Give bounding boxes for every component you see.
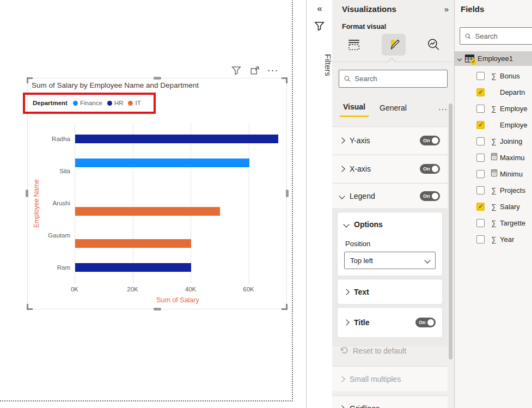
field-row-joining[interactable]: ∑Joining — [455, 133, 532, 149]
field-row-bonus[interactable]: ∑Bonus — [455, 68, 532, 84]
selection-handle[interactable] — [27, 304, 33, 310]
options-header[interactable]: Options — [338, 212, 442, 236]
field-label: Bonus — [500, 72, 520, 80]
section-x-axis[interactable]: X-axis On — [332, 155, 448, 182]
field-row-department[interactable]: Departn — [455, 84, 532, 100]
expand-filters-icon[interactable]: « — [307, 3, 333, 14]
x-tick: 40K — [185, 286, 196, 293]
category-row: Gautam — [75, 220, 281, 252]
title-header[interactable]: Title On — [338, 308, 442, 337]
field-checkbox[interactable] — [476, 154, 485, 162]
field-row-salary[interactable]: ∑Salary — [455, 198, 532, 215]
options-label: Options — [354, 220, 383, 229]
section-legend[interactable]: Legend On — [332, 183, 448, 208]
position-value: Top left — [350, 257, 373, 265]
field-type-icon — [489, 153, 499, 162]
field-row-employee-name[interactable]: Employe — [455, 117, 532, 133]
tab-general[interactable]: General — [376, 101, 410, 117]
field-checkbox[interactable] — [476, 121, 485, 129]
category-label: Gautam — [28, 220, 70, 252]
selection-handle[interactable] — [282, 77, 288, 83]
category-row: Arushi — [75, 187, 281, 220]
chevron-right-icon — [339, 166, 345, 172]
category-label: Arushi — [28, 187, 70, 220]
field-type-icon: ∑ — [489, 105, 499, 113]
visual-filter-icon[interactable] — [231, 65, 242, 76]
filters-funnel-icon[interactable] — [314, 21, 325, 33]
y-axis-toggle[interactable]: On — [420, 136, 440, 145]
position-dropdown[interactable]: Top left — [344, 252, 436, 269]
field-row-maximum[interactable]: Maximu — [455, 149, 532, 166]
chevron-right-icon — [343, 289, 349, 295]
format-visual-icon[interactable] — [382, 34, 406, 56]
fields-search[interactable] — [460, 27, 532, 45]
analytics-icon[interactable] — [421, 34, 445, 56]
field-row-employee-id[interactable]: ∑Employe — [455, 100, 532, 117]
title-card: Title On — [338, 308, 442, 337]
selection-handle[interactable] — [26, 190, 28, 197]
bar-radha[interactable] — [75, 135, 278, 143]
selection-handle[interactable] — [286, 190, 289, 197]
format-search[interactable] — [339, 70, 448, 88]
field-label: Maximu — [500, 154, 525, 162]
field-label: Joining — [500, 137, 522, 145]
bar-sita[interactable] — [75, 159, 249, 167]
focus-mode-icon[interactable] — [249, 65, 260, 76]
field-checkbox[interactable] — [476, 170, 485, 178]
title-toggle[interactable]: On — [415, 318, 436, 327]
visualizations-pane-title: Visualizations — [342, 4, 396, 14]
field-checkbox[interactable] — [476, 72, 485, 80]
field-checkbox[interactable] — [476, 235, 485, 243]
collapse-visualizations-icon[interactable]: » — [444, 4, 449, 14]
tabs-more-icon[interactable]: ··· — [438, 105, 448, 113]
field-checkbox[interactable] — [476, 88, 485, 96]
filters-pane-label[interactable]: Filters — [307, 35, 333, 95]
section-small-multiples[interactable]: Small multiples — [332, 366, 448, 391]
field-label: Employe — [500, 121, 528, 129]
field-checkbox[interactable] — [476, 219, 485, 227]
filters-pane-collapsed: « Filters — [306, 0, 332, 408]
text-header[interactable]: Text — [338, 279, 442, 304]
title-label: Title — [354, 318, 370, 327]
chevron-down-icon — [343, 221, 349, 227]
fields-search-input[interactable] — [475, 32, 530, 40]
field-checkbox[interactable] — [476, 203, 485, 211]
reset-to-default[interactable]: Reset to default — [340, 346, 406, 355]
legend-toggle[interactable]: On — [420, 191, 440, 201]
field-type-icon: ∑ — [489, 219, 499, 227]
tab-visual[interactable]: Visual — [340, 100, 369, 117]
section-gridlines[interactable]: Gridlines — [332, 395, 448, 408]
bar-ram[interactable] — [75, 263, 191, 272]
toggle-knob — [432, 137, 438, 144]
selection-handle[interactable] — [154, 308, 161, 310]
text-label: Text — [354, 288, 369, 296]
format-search-input[interactable] — [354, 75, 443, 83]
field-type-icon: ∑ — [489, 137, 499, 145]
table-employee1[interactable]: ✓ Employee1 — [455, 51, 532, 66]
toggle-state: On — [423, 138, 430, 143]
more-options-icon[interactable]: ··· — [268, 65, 279, 76]
selection-handle[interactable] — [27, 77, 33, 83]
field-checkbox[interactable] — [476, 186, 485, 194]
category-label: Sita — [28, 155, 70, 187]
bar-arushi[interactable] — [75, 207, 220, 216]
toggle-state: On — [419, 320, 426, 325]
field-row-targetted[interactable]: ∑Targette — [455, 215, 532, 231]
field-checkbox[interactable] — [476, 105, 485, 113]
x-axis-toggle[interactable]: On — [420, 164, 440, 174]
field-checkbox[interactable] — [476, 137, 485, 145]
selection-handle[interactable] — [154, 77, 161, 80]
category-label: Radha — [28, 123, 70, 155]
field-row-projects[interactable]: ∑Projects — [455, 182, 532, 198]
toggle-state: On — [423, 166, 430, 172]
format-tabs: Visual General ··· — [340, 100, 448, 117]
selection-handle[interactable] — [282, 304, 288, 310]
section-y-axis[interactable]: Y-axis On — [332, 126, 448, 154]
toggle-state: On — [423, 193, 430, 199]
bar-gautam[interactable] — [75, 239, 191, 248]
build-visual-icon[interactable] — [342, 34, 366, 56]
format-pane-scrollbar[interactable] — [449, 103, 452, 360]
section-label: X-axis — [350, 165, 371, 173]
field-row-minimum[interactable]: Minimu — [455, 166, 532, 182]
field-row-year[interactable]: ∑Year — [455, 231, 532, 247]
